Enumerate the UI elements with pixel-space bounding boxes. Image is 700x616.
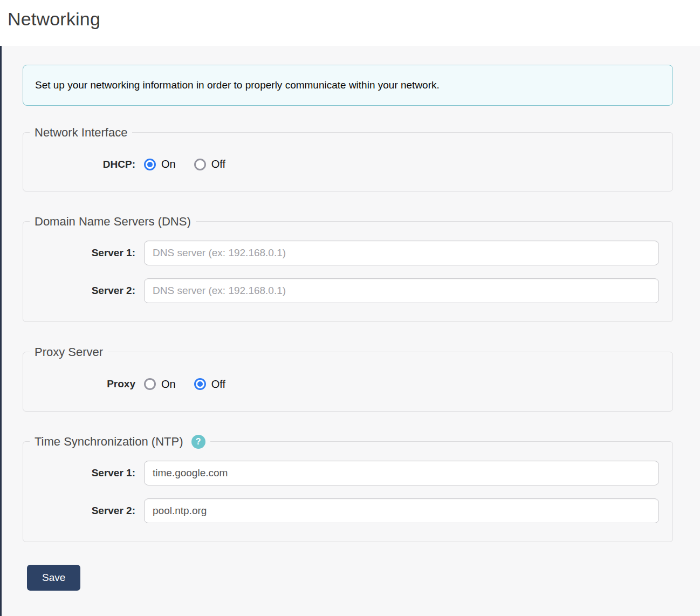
proxy-option-on[interactable]: On [144,378,176,391]
dhcp-option-off[interactable]: Off [194,158,225,170]
proxy-row: Proxy On Off [23,378,672,391]
dns-server2-input[interactable] [144,278,659,303]
ntp-server1-input[interactable] [144,461,659,485]
ntp-server2-row: Server 2: [23,498,672,523]
network-interface-legend-text: Network Interface [35,126,127,139]
ntp-server1-row: Server 1: [23,461,672,485]
proxy-label: Proxy [23,378,135,390]
dns-server2-row: Server 2: [23,278,672,303]
ntp-server2-input[interactable] [144,498,659,523]
proxy-legend-text: Proxy Server [35,346,103,359]
proxy-radio-on-icon[interactable] [144,378,156,390]
dns-server1-label: Server 1: [23,247,135,259]
networking-settings-page: Set up your networking information in or… [0,46,700,616]
dhcp-radio-on-icon[interactable] [144,159,156,170]
dhcp-radio-off-icon[interactable] [194,159,206,170]
dhcp-option-off-label: Off [211,158,225,170]
dhcp-option-on-label: On [161,158,176,170]
ntp-server2-label: Server 2: [23,505,135,517]
proxy-legend: Proxy Server [30,345,108,359]
dhcp-label: DHCP: [23,159,135,170]
proxy-option-on-label: On [161,378,176,391]
save-button[interactable]: Save [27,565,80,591]
section-dns: Domain Name Servers (DNS) Server 1: Serv… [23,214,673,322]
dns-legend-text: Domain Name Servers (DNS) [35,215,191,228]
dns-server1-row: Server 1: [23,241,672,265]
info-banner-text: Set up your networking information in or… [35,79,440,91]
ntp-legend: Time Synchronization (NTP) ? [30,434,210,449]
page-title: Networking [8,9,691,30]
dhcp-option-on[interactable]: On [144,158,176,170]
dhcp-row: DHCP: On Off [23,158,672,170]
dns-legend: Domain Name Servers (DNS) [30,214,196,229]
ntp-legend-text: Time Synchronization (NTP) [35,435,183,448]
section-ntp: Time Synchronization (NTP) ? Server 1: S… [23,434,673,542]
proxy-radio-off-icon[interactable] [194,378,206,390]
section-network-interface: Network Interface DHCP: On Off [23,125,673,191]
proxy-option-off[interactable]: Off [194,378,225,391]
section-proxy: Proxy Server Proxy On Off [23,345,673,411]
ntp-server1-label: Server 1: [23,467,135,479]
info-banner: Set up your networking information in or… [23,65,673,106]
page-header: Networking [0,0,700,46]
dns-server2-label: Server 2: [23,285,135,297]
proxy-option-off-label: Off [211,378,225,391]
network-interface-legend: Network Interface [30,125,132,140]
help-icon[interactable]: ? [191,435,205,449]
dns-server1-input[interactable] [144,241,659,265]
